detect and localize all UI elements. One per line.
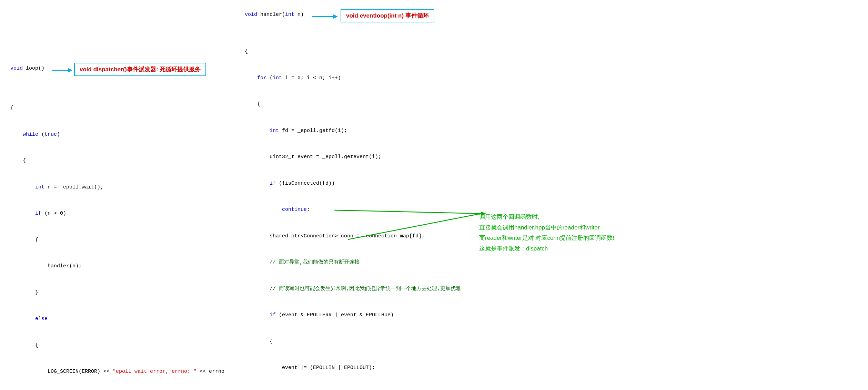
code-line: { <box>245 337 858 346</box>
code-line: { <box>245 47 858 56</box>
code-line: { <box>10 236 245 245</box>
code-line: event |= (EPOLLIN | EPOLLOUT); <box>245 363 858 372</box>
right-annotation-box: void eventloop(int n) 事件循环 <box>341 9 434 22</box>
code-line: { <box>10 104 245 113</box>
green-line4: 这就是事件派发：dispatch <box>479 244 614 254</box>
void-handler-text: void handler(int n) <box>245 12 304 18</box>
code-line: // 面对异常,我们能做的只有断开连接 <box>245 258 858 267</box>
green-annotation: 调用这两个回调函数时, 直接就会调用handler.hpp当中的reader和w… <box>479 212 614 254</box>
void-loop-text: void loop() <box>10 65 44 71</box>
left-annotation-box: void dispatcher()事件派发器: 死循环提供服务 <box>74 63 206 76</box>
left-annotation-text: void dispatcher()事件派发器: 死循环提供服务 <box>80 66 201 73</box>
right-arrow <box>312 12 338 21</box>
code-line: { <box>245 100 858 109</box>
code-line: if (event & EPOLLERR | event & EPOLLHUP) <box>245 311 858 320</box>
code-line: if (n > 0) <box>10 209 245 218</box>
right-code: { for (int i = 0; i < n; i++) { int fd =… <box>245 30 858 390</box>
left-code: { while (true) { int n = _epoll.wait(); … <box>10 86 245 390</box>
svg-marker-3 <box>333 14 338 19</box>
main-container: void loop() void dispatcher()事件派发器: 死循环提… <box>0 0 868 390</box>
green-line1: 调用这两个回调函数时, <box>479 212 614 223</box>
code-line: } <box>10 288 245 297</box>
code-line: if (!isConnected(fd)) <box>245 179 858 188</box>
code-line: uint32_t event = _epoll.getevent(i); <box>245 153 858 162</box>
right-header: void handler(int n) void eventloop(int n… <box>245 10 858 30</box>
green-line2: 直接就会调用handler.hpp当中的reader和writer <box>479 223 614 233</box>
code-line: int n = _epoll.wait(); <box>10 183 245 192</box>
code-line: for (int i = 0; i < n; i++) <box>245 74 858 83</box>
green-line3: 而reader和writer是对 对应conn提前注册的回调函数! <box>479 233 614 244</box>
code-line: handler(n); <box>10 262 245 271</box>
code-line: else <box>10 315 245 324</box>
right-panel: void handler(int n) void eventloop(int n… <box>245 7 858 390</box>
left-arrow <box>52 66 72 74</box>
right-annotation-text: void eventloop(int n) 事件循环 <box>346 12 429 19</box>
code-line: // 而读写时也可能会发生异常啊,因此我们把异常统一到一个地方去处理,更加优雅 <box>245 285 858 294</box>
code-line: { <box>10 156 245 165</box>
code-line: while (true) <box>10 130 245 139</box>
left-panel: void loop() void dispatcher()事件派发器: 死循环提… <box>10 7 245 390</box>
code-line: int fd = _epoll.getfd(i); <box>245 126 858 135</box>
svg-marker-1 <box>68 68 72 72</box>
code-line: { <box>10 341 245 350</box>
code-line: LOG_SCREEN(ERROR) << "epoll wait error, … <box>10 367 245 376</box>
left-header: void loop() void dispatcher()事件派发器: 死循环提… <box>10 65 245 86</box>
